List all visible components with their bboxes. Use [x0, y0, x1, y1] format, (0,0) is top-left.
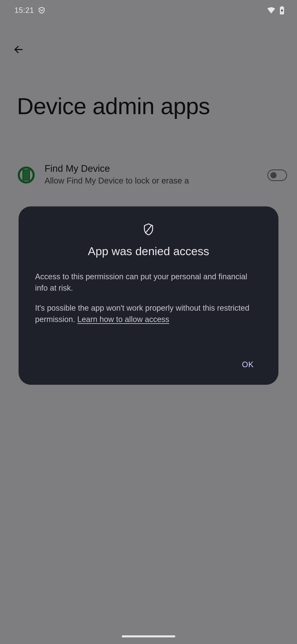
dialog-paragraph-1: Access to this permission can put your p…	[35, 271, 262, 294]
ok-button[interactable]: OK	[234, 356, 262, 373]
svg-line-4	[146, 225, 152, 233]
svg-rect-2	[281, 6, 283, 7]
dialog-paragraph-2: It's possible the app won't work properl…	[35, 302, 262, 325]
vpn-shield-icon	[38, 6, 45, 14]
access-denied-dialog: App was denied access Access to this per…	[18, 206, 279, 385]
status-bar: 15:21	[0, 0, 297, 21]
battery-charging-icon	[279, 6, 285, 14]
dialog-body: Access to this permission can put your p…	[35, 271, 262, 325]
learn-more-link[interactable]: Learn how to allow access	[77, 315, 169, 324]
shield-denied-icon	[35, 223, 262, 236]
dialog-title: App was denied access	[35, 244, 262, 258]
status-clock: 15:21	[14, 6, 34, 15]
navigation-handle[interactable]	[122, 635, 175, 638]
wifi-icon	[267, 7, 276, 14]
